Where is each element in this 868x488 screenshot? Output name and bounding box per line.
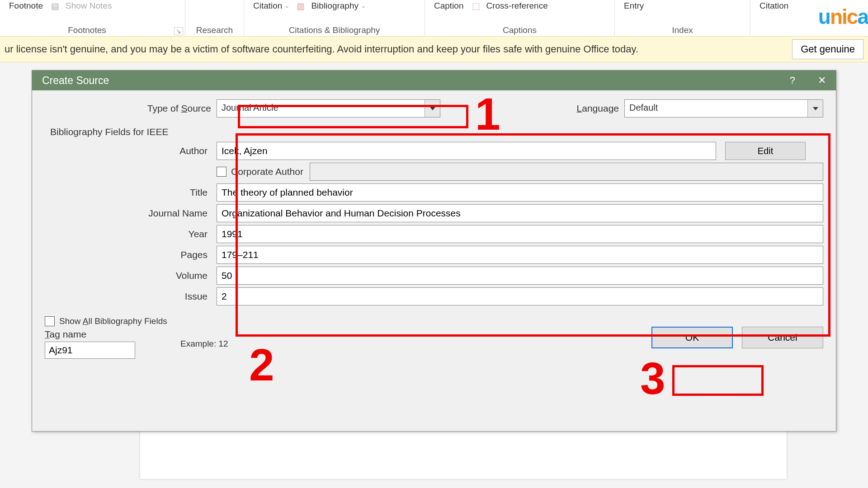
license-warning-bar: ur license isn't genuine, and you may be… [0, 36, 868, 62]
caption-button[interactable]: Caption [429, 0, 468, 12]
show-all-fields-label: Show All Bibliography Fields [59, 316, 167, 326]
chevron-down-icon [813, 107, 818, 110]
warning-text: ur license isn't genuine, and you may be… [5, 43, 638, 55]
example-label: Example: 12 [180, 339, 228, 349]
volume-label: Volume [45, 270, 217, 281]
corporate-author-checkbox[interactable] [217, 167, 226, 177]
group-index-label: Index [615, 25, 750, 36]
tag-name-input[interactable] [45, 342, 135, 359]
footnote-button[interactable]: Footnote [5, 0, 47, 12]
watermark-logo: unica [818, 5, 868, 29]
chevron-down-icon: ⌄ [285, 3, 289, 9]
year-label: Year [45, 229, 217, 239]
annotation-1: 1 [475, 88, 500, 140]
bibliography-button[interactable]: Bibliography⌄ [307, 0, 370, 12]
cross-reference-button[interactable]: Cross-reference [482, 0, 552, 12]
entry-button[interactable]: Entry [619, 0, 648, 12]
help-icon[interactable]: ? [790, 75, 795, 86]
close-icon[interactable]: ✕ [818, 75, 826, 86]
journal-name-label: Journal Name [45, 208, 217, 219]
issue-label: Issue [45, 291, 217, 302]
language-combo[interactable]: Default [624, 99, 823, 117]
type-of-source-label: Type of Source [45, 103, 217, 114]
page-icon: ▤ [51, 1, 59, 11]
tag-name-label: Tag name [45, 329, 135, 340]
ribbon: Footnote ▤ Show Notes Footnotes ↘ Resear… [0, 0, 868, 36]
crossref-icon: ⬚ [472, 1, 480, 11]
highlight-1 [238, 105, 468, 128]
citation-authorities-button[interactable]: Citation [755, 0, 793, 12]
show-notes-button: Show Notes [61, 0, 116, 12]
group-research-label: Research [185, 25, 244, 36]
author-label: Author [45, 145, 217, 156]
title-label: Title [45, 187, 217, 198]
pages-label: Pages [45, 249, 217, 260]
annotation-2: 2 [249, 339, 274, 391]
chevron-down-icon: ⌄ [361, 3, 366, 9]
create-source-dialog: Create Source ? ✕ 1 2 3 Type of Source J… [32, 70, 836, 432]
combo-dropdown-button[interactable] [807, 100, 823, 117]
annotation-3: 3 [640, 352, 665, 404]
group-footnotes-label: Footnotes [0, 25, 174, 36]
dialog-launcher-icon[interactable]: ↘ [174, 27, 183, 35]
language-label: Language [577, 103, 624, 114]
highlight-3 [672, 365, 764, 396]
citation-button[interactable]: Citation⌄ [249, 0, 294, 12]
dialog-title: Create Source [42, 75, 109, 87]
bibliography-icon: ▥ [297, 1, 305, 11]
group-captions-label: Captions [425, 25, 614, 36]
show-all-fields-checkbox[interactable] [45, 316, 55, 326]
group-citations-label: Citations & Bibliography [244, 25, 425, 36]
get-genuine-button[interactable]: Get genuine [792, 39, 863, 59]
language-value: Default [625, 100, 807, 117]
dialog-titlebar: Create Source ? ✕ [32, 70, 836, 90]
highlight-2 [236, 133, 830, 337]
